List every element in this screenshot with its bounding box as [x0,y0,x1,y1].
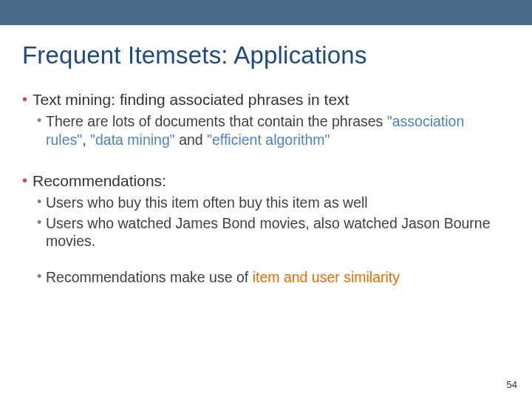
text-run: There are lots of documents that contain… [46,113,387,129]
bullet-text: Text mining: finding associated phrases … [33,91,349,108]
highlight-phrase: "efficient algorithm" [207,132,330,148]
text-run: Users who buy this item often buy this i… [46,194,368,211]
bullet-text-mining: Text mining: finding associated phrases … [22,90,502,109]
subbullet-buy: Users who buy this item often buy this i… [22,194,502,211]
page-number: 54 [507,379,517,390]
text-run: and [175,132,207,148]
text-run: , [82,132,90,148]
text-run: Recommendations make use of [46,269,253,285]
bullet-text: Recommendations: [33,172,166,189]
subbullet-watch: Users who watched James Bond movies, als… [22,214,502,250]
highlight-phrase: "data mining" [90,132,175,148]
highlight-similarity: item and user similarity [253,269,400,285]
text-run: Users who watched James Bond movies, als… [46,215,491,249]
bullet-recommendations: Recommendations: [22,171,502,191]
slide-body: Text mining: finding associated phrases … [0,69,532,287]
slide-title: Frequent Itemsets: Applications [0,25,532,69]
subbullet-phrases: There are lots of documents that contain… [22,112,502,149]
header-band [0,0,532,25]
subbullet-similarity: Recommendations make use of item and use… [22,268,502,286]
